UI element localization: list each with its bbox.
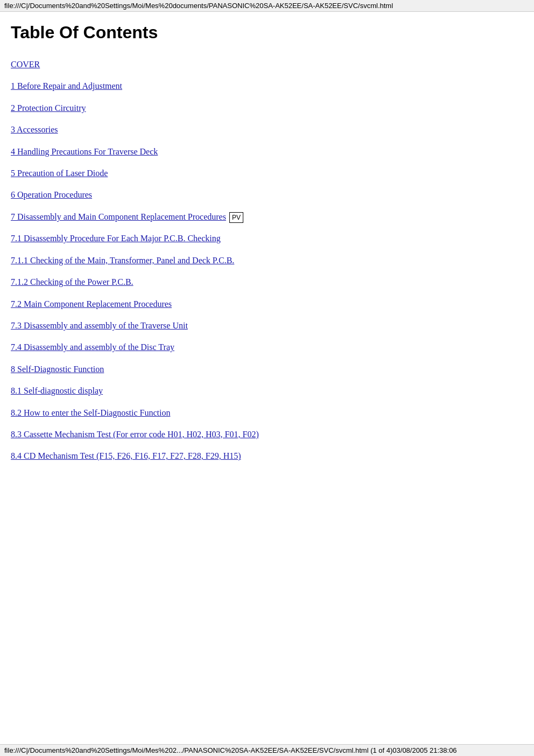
toc-item-item7: 7 Disassembly and Main Component Replace…: [11, 211, 523, 223]
toc-link-item84[interactable]: 8.4 CD Mechanism Test (F15, F26, F16, F1…: [11, 451, 241, 460]
main-content: Table Of Contents COVER1 Before Repair a…: [0, 12, 534, 505]
toc-item-item81: 8.1 Self-diagnostic display: [11, 385, 523, 397]
toc-link-item2[interactable]: 2 Protection Circuitry: [11, 103, 86, 113]
toc-item-item712: 7.1.2 Checking of the Power P.C.B.: [11, 276, 523, 288]
toc-link-item5[interactable]: 5 Precaution of Laser Diode: [11, 169, 108, 178]
toc-item-item72: 7.2 Main Component Replacement Procedure…: [11, 298, 523, 310]
toc-item-item1: 1 Before Repair and Adjustment: [11, 80, 523, 92]
toc-item-item74: 7.4 Disassembly and assembly of the Disc…: [11, 341, 523, 353]
toc-link-item72[interactable]: 7.2 Main Component Replacement Procedure…: [11, 299, 172, 309]
toc-item-item73: 7.3 Disassembly and assembly of the Trav…: [11, 320, 523, 332]
toc-link-item7[interactable]: 7 Disassembly and Main Component Replace…: [11, 212, 226, 221]
toc-link-item82[interactable]: 8.2 How to enter the Self-Diagnostic Fun…: [11, 408, 170, 417]
toc-item-item3: 3 Accessories: [11, 124, 523, 136]
address-bar: file:///C|/Documents%20and%20Settings/Mo…: [0, 0, 534, 12]
toc-link-item71[interactable]: 7.1 Disassembly Procedure For Each Major…: [11, 234, 221, 243]
toc-link-item711[interactable]: 7.1.1 Checking of the Main, Transformer,…: [11, 256, 234, 265]
toc-item-item71: 7.1 Disassembly Procedure For Each Major…: [11, 233, 523, 244]
toc-link-item1[interactable]: 1 Before Repair and Adjustment: [11, 81, 122, 90]
toc-item-item6: 6 Operation Procedures: [11, 189, 523, 201]
toc-item-item2: 2 Protection Circuitry: [11, 102, 523, 114]
toc-link-item83[interactable]: 8.3 Cassette Mechanism Test (For error c…: [11, 430, 259, 439]
toc-link-item4[interactable]: 4 Handling Precautions For Traverse Deck: [11, 147, 158, 156]
page-title: Table Of Contents: [11, 23, 523, 43]
toc-item-item84: 8.4 CD Mechanism Test (F15, F26, F16, F1…: [11, 450, 523, 462]
toc-item-item8: 8 Self-Diagnostic Function: [11, 363, 523, 375]
toc-item-item4: 4 Handling Precautions For Traverse Deck: [11, 146, 523, 158]
toc-link-cover[interactable]: COVER: [11, 60, 40, 69]
toc-item-cover: COVER: [11, 59, 523, 71]
pv-badge: PV: [229, 212, 243, 223]
toc-item-item5: 5 Precaution of Laser Diode: [11, 167, 523, 179]
toc-item-item83: 8.3 Cassette Mechanism Test (For error c…: [11, 429, 523, 440]
toc-item-item711: 7.1.1 Checking of the Main, Transformer,…: [11, 255, 523, 267]
toc-link-item74[interactable]: 7.4 Disassembly and assembly of the Disc…: [11, 342, 174, 352]
toc-link-item8[interactable]: 8 Self-Diagnostic Function: [11, 365, 104, 374]
status-bar: file:///C|/Documents%20and%20Settings/Mo…: [0, 744, 534, 756]
toc-list: COVER1 Before Repair and Adjustment2 Pro…: [11, 59, 523, 463]
toc-link-item6[interactable]: 6 Operation Procedures: [11, 190, 92, 199]
toc-link-item3[interactable]: 3 Accessories: [11, 125, 58, 134]
toc-link-item73[interactable]: 7.3 Disassembly and assembly of the Trav…: [11, 321, 188, 330]
toc-link-item712[interactable]: 7.1.2 Checking of the Power P.C.B.: [11, 277, 134, 286]
toc-item-item82: 8.2 How to enter the Self-Diagnostic Fun…: [11, 407, 523, 419]
toc-link-item81[interactable]: 8.1 Self-diagnostic display: [11, 386, 103, 395]
